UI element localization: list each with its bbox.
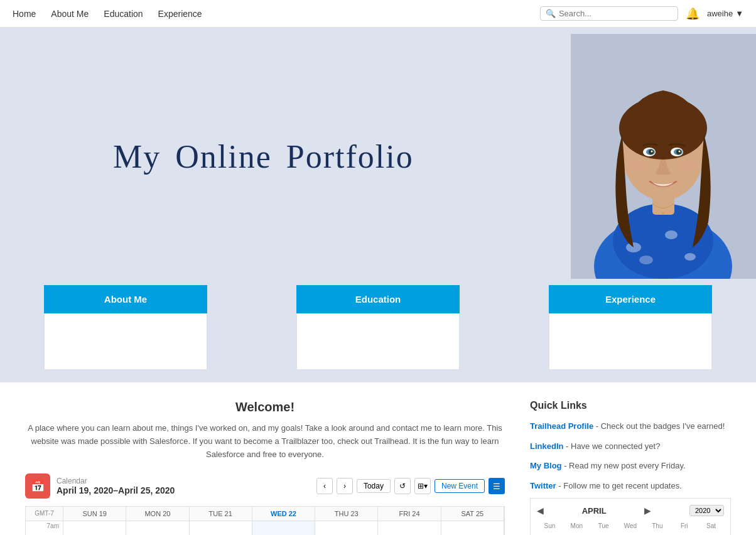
quick-link-twitter: Twitter - Follow me to get recent update… <box>530 480 731 492</box>
notification-bell-icon[interactable]: 🔔 <box>686 7 699 21</box>
experience-card-content <box>549 313 712 370</box>
mini-cal-day-4[interactable]: 4 <box>698 532 724 535</box>
education-card: Education <box>296 285 460 370</box>
calendar-next-button[interactable]: › <box>337 478 353 494</box>
mini-cal-day-3[interactable]: 3 <box>671 532 697 535</box>
calendar-label: Calendar <box>57 477 175 485</box>
experience-card: Experience <box>549 285 712 370</box>
calendar-new-event-button[interactable]: New Event <box>435 479 485 493</box>
calendar-icon: 📅 <box>25 473 50 499</box>
cal-cell-thu[interactable] <box>315 521 378 535</box>
cal-cell-tue[interactable] <box>190 521 252 535</box>
cal-col-thu: THU 23 <box>315 507 378 521</box>
hero-image <box>571 34 756 279</box>
quick-link-trailhead: Trailhead Profile - Check out the badges… <box>530 420 731 433</box>
mini-cal-day[interactable] <box>591 532 617 535</box>
cards-row: About Me Education Experience <box>0 285 756 382</box>
hero-section: My Online Portfolio <box>0 28 756 285</box>
welcome-title: Welcome! <box>25 400 505 414</box>
nav-right: 🔍 🔔 aweihe ▼ <box>540 6 743 21</box>
mini-cal-month: APRIL <box>582 506 607 516</box>
mini-cal-day-2[interactable]: 2 <box>644 532 670 535</box>
cal-cell-sun[interactable] <box>63 521 126 535</box>
svg-point-18 <box>679 151 681 153</box>
cal-col-wed: WED 22 <box>252 507 315 521</box>
calendar-info: Calendar April 19, 2020–April 25, 2020 <box>57 477 175 495</box>
mini-cal-dow-tue: Tue <box>591 521 617 531</box>
mini-cal-prev-button[interactable]: ◀ <box>537 505 544 516</box>
mini-cal-day[interactable] <box>564 532 590 535</box>
nav-links: Home About Me Education Experience <box>13 9 540 19</box>
svg-point-19 <box>630 161 647 171</box>
calendar-widget: 📅 Calendar April 19, 2020–April 25, 2020… <box>25 473 505 535</box>
mini-cal-next-button[interactable]: ▶ <box>644 505 651 516</box>
dropdown-icon: ▼ <box>735 9 743 18</box>
about-me-button[interactable]: About Me <box>44 285 207 313</box>
user-menu[interactable]: aweihe ▼ <box>707 9 743 18</box>
bottom-section: Welcome! A place where you can learn abo… <box>0 382 756 535</box>
blog-desc: - Read my new post every Friday. <box>562 461 686 470</box>
mini-cal-grid: Sun Mon Tue Wed Thu Fri Sat 1 2 3 4 5 6 … <box>537 521 724 535</box>
mini-cal-year-select[interactable]: 2020 2021 <box>689 505 724 516</box>
hero-text: My Online Portfolio <box>0 100 571 213</box>
search-box[interactable]: 🔍 <box>540 6 678 21</box>
mini-cal-dow-sun: Sun <box>537 521 563 531</box>
trailhead-desc: - Check out the badges I've earned! <box>593 421 725 431</box>
search-icon: 🔍 <box>546 9 556 18</box>
welcome-column: Welcome! A place where you can learn abo… <box>25 400 505 535</box>
svg-point-8 <box>662 212 664 214</box>
linkedin-link[interactable]: LinkedIn <box>530 441 563 451</box>
quick-links-list: Trailhead Profile - Check out the badges… <box>530 420 731 492</box>
nav-about-me[interactable]: About Me <box>51 9 89 19</box>
calendar-grid-header: GMT-7 SUN 19 MON 20 TUE 21 WED 22 THU 23… <box>26 507 504 521</box>
navbar: Home About Me Education Experience 🔍 🔔 a… <box>0 0 756 28</box>
trailhead-link[interactable]: Trailhead Profile <box>530 421 593 431</box>
svg-point-17 <box>651 151 653 153</box>
cal-cell-mon[interactable] <box>126 521 189 535</box>
cal-col-sun: SUN 19 <box>63 507 126 521</box>
cal-col-sat: SAT 25 <box>441 507 504 521</box>
cal-col-gmt: GMT-7 <box>26 507 63 521</box>
twitter-desc: - Follow me to get recent updates. <box>556 481 682 490</box>
quick-link-blog: My Blog - Read my new post every Friday. <box>530 460 731 472</box>
experience-button[interactable]: Experience <box>549 285 712 313</box>
calendar-grid: GMT-7 SUN 19 MON 20 TUE 21 WED 22 THU 23… <box>25 506 505 535</box>
welcome-description: A place where you can learn about me, th… <box>25 422 505 461</box>
calendar-grid-view-button[interactable]: ☰ <box>489 478 505 494</box>
nav-experience[interactable]: Experience <box>158 9 202 19</box>
calendar-refresh-button[interactable]: ↺ <box>394 478 411 494</box>
mini-cal-dow-wed: Wed <box>618 521 644 531</box>
mini-cal-day-1[interactable]: 1 <box>618 532 644 535</box>
calendar-view-dropdown-button[interactable]: ⊞▾ <box>414 478 431 494</box>
svg-point-5 <box>684 253 696 261</box>
nav-home[interactable]: Home <box>13 9 36 19</box>
mini-cal-dow-fri: Fri <box>671 521 697 531</box>
hero-title: My Online Portfolio <box>113 138 533 175</box>
mini-cal-header: ◀ APRIL ▶ 2020 2021 <box>537 505 724 516</box>
education-card-content <box>296 313 460 370</box>
mini-cal-dow-thu: Thu <box>644 521 670 531</box>
calendar-grid-body: 7am <box>26 521 504 535</box>
calendar-today-button[interactable]: Today <box>357 479 391 493</box>
mini-cal-day[interactable] <box>537 532 563 535</box>
mini-cal-dow-sat: Sat <box>698 521 724 531</box>
cal-col-tue: TUE 21 <box>190 507 252 521</box>
cal-cell-fri[interactable] <box>378 521 441 535</box>
education-button[interactable]: Education <box>296 285 460 313</box>
cal-cell-sat[interactable] <box>441 521 504 535</box>
mini-calendar: ◀ APRIL ▶ 2020 2021 Sun Mon Tue Wed Thu … <box>530 498 731 535</box>
svg-point-6 <box>639 256 653 264</box>
quick-links-title: Quick Links <box>530 400 731 411</box>
portrait-svg <box>571 34 756 279</box>
calendar-prev-button[interactable]: ‹ <box>316 478 333 494</box>
svg-point-20 <box>679 161 696 171</box>
calendar-header: 📅 Calendar April 19, 2020–April 25, 2020… <box>25 473 505 499</box>
linkedin-desc: - Have we connected yet? <box>563 441 660 451</box>
calendar-range: April 19, 2020–April 25, 2020 <box>57 485 175 495</box>
nav-education[interactable]: Education <box>104 9 143 19</box>
about-me-card-content <box>44 313 207 370</box>
twitter-link[interactable]: Twitter <box>530 481 556 490</box>
blog-link[interactable]: My Blog <box>530 461 562 470</box>
search-input[interactable] <box>559 9 672 18</box>
cal-cell-wed[interactable] <box>252 521 315 535</box>
